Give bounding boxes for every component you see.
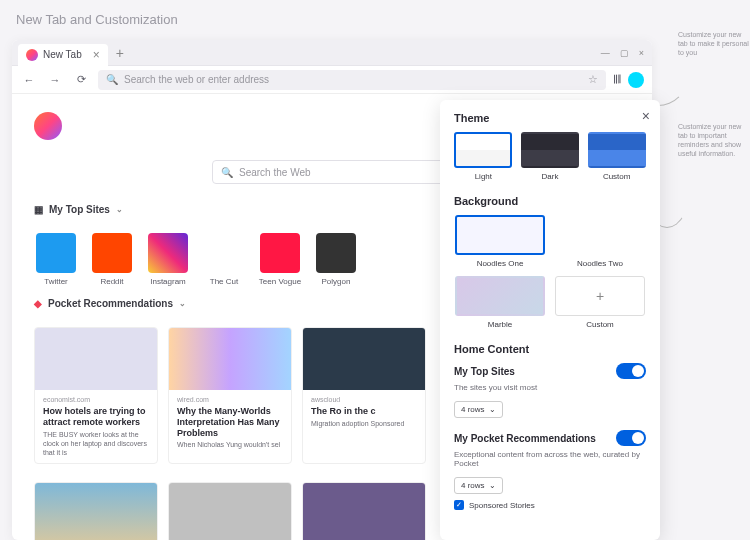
site-thumb: [316, 233, 356, 273]
hc-top-sites-desc: The sites you visit most: [454, 383, 646, 392]
background-section: Background Noodles One Noodles Two Marbl…: [454, 195, 646, 329]
bg-label: Marble: [488, 320, 512, 329]
new-tab-button[interactable]: +: [116, 45, 124, 61]
tab-title: New Tab: [43, 49, 82, 60]
firefox-icon: [26, 49, 38, 61]
reload-button[interactable]: ⟳: [72, 71, 90, 89]
pocket-toggle[interactable]: [616, 430, 646, 446]
top-sites-rows-select[interactable]: 4 rows⌄: [454, 401, 503, 418]
pocket-card[interactable]: nytimes.comMove Over, Sustainable Travel…: [34, 482, 158, 540]
maximize-icon[interactable]: ▢: [620, 48, 629, 58]
card-title: The Ro in the c: [311, 406, 417, 417]
top-sites-label: My Top Sites: [49, 204, 110, 215]
site-tile[interactable]: Reddit: [90, 233, 134, 286]
card-source: awscloud: [311, 396, 417, 403]
address-bar[interactable]: 🔍 Search the web or enter address ☆: [98, 70, 606, 90]
library-icon[interactable]: 𝄃𝄃𝄂: [614, 73, 620, 86]
search-icon: 🔍: [106, 74, 118, 85]
bg-label: Noodles One: [477, 259, 524, 268]
bg-option-noodles-one[interactable]: Noodles One: [454, 215, 546, 268]
pocket-icon: ◆: [34, 298, 42, 309]
card-source: economist.com: [43, 396, 149, 403]
site-thumb: [260, 233, 300, 273]
chevron-down-icon: ⌄: [489, 405, 496, 414]
search-web-input[interactable]: 🔍 Search the Web: [212, 160, 452, 184]
sponsored-checkbox-row[interactable]: ✓ Sponsored Stories: [454, 500, 646, 510]
chevron-down-icon: ⌄: [179, 299, 186, 308]
bookmark-star-icon[interactable]: ☆: [588, 73, 598, 86]
theme-section: Theme Light Dark Custom: [454, 112, 646, 181]
minimize-icon[interactable]: —: [601, 48, 610, 58]
site-label: Reddit: [100, 277, 123, 286]
theme-label-light: Light: [475, 172, 492, 181]
site-label: Twitter: [44, 277, 68, 286]
tab-bar: New Tab × + — ▢ ×: [12, 40, 652, 66]
pocket-card[interactable]: technoloThe Di: [302, 482, 426, 540]
card-desc: THE BUSY worker looks at the clock on he…: [43, 430, 149, 457]
bg-label: Noodles Two: [577, 259, 623, 268]
card-image: [303, 483, 425, 540]
pocket-card[interactable]: awscloudThe Ro in the cMigration adoptio…: [302, 327, 426, 464]
card-image: [169, 328, 291, 390]
chevron-down-icon: ⌄: [116, 205, 123, 214]
card-title: How hotels are trying to attract remote …: [43, 406, 149, 428]
site-label: Teen Vogue: [259, 277, 301, 286]
profile-avatar[interactable]: [628, 72, 644, 88]
site-tile[interactable]: The Cut: [202, 233, 246, 286]
background-heading: Background: [454, 195, 646, 207]
site-thumb: [204, 233, 244, 273]
back-button[interactable]: ←: [20, 71, 38, 89]
card-image: [303, 328, 425, 390]
theme-option-custom[interactable]: Custom: [587, 132, 646, 181]
site-tile[interactable]: Twitter: [34, 233, 78, 286]
chevron-down-icon: ⌄: [489, 481, 496, 490]
pocket-label: Pocket Recommendations: [48, 298, 173, 309]
site-tile[interactable]: Teen Vogue: [258, 233, 302, 286]
site-thumb: [148, 233, 188, 273]
home-content-heading: Home Content: [454, 343, 646, 355]
hc-pocket-title: My Pocket Recommendations: [454, 433, 596, 444]
close-tab-icon[interactable]: ×: [93, 48, 100, 62]
hc-top-sites-title: My Top Sites: [454, 366, 515, 377]
theme-option-dark[interactable]: Dark: [521, 132, 580, 181]
site-tile[interactable]: Polygon: [314, 233, 358, 286]
grid-icon: ▦: [34, 204, 43, 215]
pocket-card[interactable]: economist.comHow hotels are trying to at…: [34, 327, 158, 464]
theme-label-custom: Custom: [603, 172, 631, 181]
site-thumb: [92, 233, 132, 273]
bg-option-custom[interactable]: +Custom: [554, 276, 646, 329]
close-window-icon[interactable]: ×: [639, 48, 644, 58]
pocket-rows-select[interactable]: 4 rows⌄: [454, 477, 503, 494]
bg-option-noodles-two[interactable]: Noodles Two: [554, 215, 646, 268]
pocket-card[interactable]: kiplinger.comSecrets of Happiness from t…: [168, 482, 292, 540]
hc-pocket-desc: Exceptional content from across the web,…: [454, 450, 646, 468]
site-label: The Cut: [210, 277, 238, 286]
card-image: [35, 328, 157, 390]
theme-heading: Theme: [454, 112, 646, 124]
bg-label: Custom: [586, 320, 614, 329]
annotation-customize-1: Customize your new tab to make it person…: [678, 30, 750, 57]
forward-button[interactable]: →: [46, 71, 64, 89]
site-thumb: [36, 233, 76, 273]
address-placeholder: Search the web or enter address: [124, 74, 269, 85]
tab-new-tab[interactable]: New Tab ×: [18, 44, 108, 66]
site-label: Polygon: [322, 277, 351, 286]
theme-option-light[interactable]: Light: [454, 132, 513, 181]
pocket-card[interactable]: wired.comWhy the Many-Worlds Interpretat…: [168, 327, 292, 464]
customize-panel: × Theme Light Dark Custom Background Noo…: [440, 100, 660, 540]
site-tile[interactable]: Instagram: [146, 233, 190, 286]
home-content-section: Home Content My Top Sites The sites you …: [454, 343, 646, 510]
close-panel-icon[interactable]: ×: [642, 108, 650, 124]
page-title: New Tab and Customization: [0, 0, 750, 39]
site-label: Instagram: [150, 277, 186, 286]
annotation-customize-2: Customize your new tab to important remi…: [678, 122, 750, 158]
sponsored-label: Sponsored Stories: [469, 501, 535, 510]
bg-option-marble[interactable]: Marble: [454, 276, 546, 329]
search-icon: 🔍: [221, 167, 233, 178]
toolbar: ← → ⟳ 🔍 Search the web or enter address …: [12, 66, 652, 94]
theme-label-dark: Dark: [542, 172, 559, 181]
top-sites-toggle[interactable]: [616, 363, 646, 379]
firefox-logo: [34, 112, 62, 140]
card-image: [35, 483, 157, 540]
checkbox-checked-icon: ✓: [454, 500, 464, 510]
